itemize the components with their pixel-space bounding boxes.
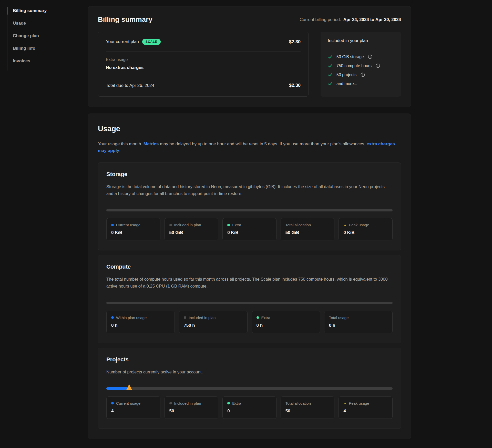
projects-title: Projects: [106, 356, 393, 363]
projects-section: Projects Number of projects currently ac…: [98, 348, 401, 429]
billing-summary-card: Billing summary Current billing period:A…: [88, 6, 411, 107]
stat-label: Extra: [232, 401, 241, 405]
projects-progress-bar: [106, 387, 393, 390]
current-plan-row: Your current plan SCALE $2.30: [106, 32, 301, 52]
checkmark-icon: [328, 72, 333, 77]
stat-value: 0 h: [257, 323, 315, 328]
billing-page: Billing summary Usage Change plan Billin…: [0, 0, 492, 439]
billing-period-label: Current billing period:: [300, 17, 341, 22]
projects-peak-marker-icon: [126, 384, 132, 390]
extra-dot-icon: [227, 224, 230, 226]
storage-section: Storage Storage is the total volume of d…: [98, 162, 401, 250]
total-due-label: Total due to Apr 26, 2024: [106, 83, 154, 88]
included-dot-icon: [169, 402, 172, 404]
sidebar-item-billing-info[interactable]: Billing info: [13, 45, 88, 52]
usage-card: Usage Your usage this month. Metrics may…: [88, 114, 411, 439]
stat-extra: Extra 0 h: [252, 311, 320, 333]
info-icon[interactable]: [361, 73, 365, 77]
compute-section: Compute The total number of compute hour…: [98, 255, 401, 343]
included-in-plan-panel: Included in your plan 50 GiB storage 750…: [321, 32, 401, 97]
stat-total-usage: Total usage 0 h: [324, 311, 393, 333]
stat-label: Included in plan: [174, 401, 201, 405]
compute-progress-bar: [106, 302, 393, 304]
sidebar-item-invoices[interactable]: Invoices: [13, 58, 88, 64]
included-in-plan-list: 50 GiB storage 750 compute hours 50 proj…: [328, 54, 394, 86]
stat-label: Within plan usage: [116, 315, 147, 320]
included-item-storage: 50 GiB storage: [328, 54, 394, 59]
plan-badge: SCALE: [142, 39, 161, 45]
included-item-label: 750 compute hours: [336, 64, 372, 68]
stat-current-usage: Current usage 0 KiB: [106, 218, 160, 240]
stat-label: Total allocation: [285, 223, 311, 227]
stat-label: Peak usage: [349, 223, 369, 227]
stat-included-in-plan: Included in plan 50: [165, 396, 219, 419]
stat-value: 0 h: [111, 323, 170, 328]
stat-value: 0 KiB: [343, 230, 388, 235]
stat-within-plan-usage: Within plan usage 0 h: [106, 311, 175, 333]
stat-label: Included in plan: [174, 223, 201, 227]
projects-description: Number of projects currently active in y…: [106, 369, 393, 375]
plan-summary-panel: Your current plan SCALE $2.30 Extra usag…: [98, 32, 309, 97]
included-item-label: 50 projects: [336, 73, 356, 77]
metrics-link[interactable]: Metrics: [144, 141, 159, 146]
included-dot-icon: [184, 316, 186, 319]
peak-usage-triangle-icon: ▲: [343, 402, 346, 405]
current-plan-label: Your current plan: [106, 39, 139, 44]
extra-dot-icon: [227, 402, 230, 404]
sidebar-item-usage[interactable]: Usage: [13, 20, 88, 26]
usage-description: Your usage this month. Metrics may be de…: [98, 141, 396, 154]
included-dot-icon: [169, 224, 172, 226]
stat-total-allocation: Total allocation 50 GiB: [281, 218, 335, 240]
stat-value: 0 KiB: [227, 230, 272, 235]
stat-peak-usage: ▲Peak usage 4: [339, 396, 393, 419]
stat-current-usage: Current usage 4: [106, 396, 160, 419]
stat-label: Current usage: [116, 223, 140, 227]
stat-value: 50 GiB: [169, 230, 214, 235]
billing-nav: Billing summary Usage Change plan Billin…: [7, 8, 88, 64]
sidebar-item-billing-summary[interactable]: Billing summary: [13, 8, 88, 14]
stat-label: Included in plan: [189, 315, 216, 320]
stat-peak-usage: ▲Peak usage 0 KiB: [339, 218, 393, 240]
usage-description-text: Your usage this month.: [98, 141, 144, 146]
projects-progress-fill: [106, 387, 127, 390]
usage-title: Usage: [98, 125, 401, 133]
stat-extra: Extra 0 KiB: [222, 218, 276, 240]
compute-description: The total number of compute hours used s…: [106, 276, 393, 290]
divider: [328, 48, 394, 48]
stat-extra: Extra 0: [222, 396, 276, 419]
extra-usage-row: Extra usage No extras charges: [106, 52, 301, 76]
peak-usage-triangle-icon: ▲: [343, 223, 346, 227]
stat-label: Extra: [261, 315, 270, 320]
stat-value: 50: [285, 409, 330, 414]
stat-value: 50 GiB: [285, 230, 330, 235]
extra-usage-label: Extra usage: [106, 57, 128, 62]
compute-title: Compute: [106, 263, 393, 270]
checkmark-icon: [328, 81, 333, 86]
stat-value: 0: [227, 409, 272, 414]
checkmark-icon: [328, 63, 333, 68]
billing-sidebar: Billing summary Usage Change plan Billin…: [0, 0, 88, 439]
stat-label: Extra: [232, 223, 241, 227]
storage-description: Storage is the total volume of data and …: [106, 183, 393, 197]
billing-summary-body: Your current plan SCALE $2.30 Extra usag…: [98, 32, 401, 97]
billing-summary-header: Billing summary Current billing period:A…: [98, 16, 401, 24]
stat-label: Peak usage: [349, 401, 369, 405]
extra-dot-icon: [257, 316, 259, 319]
included-item-label: and more...: [336, 82, 357, 86]
stat-label: Total allocation: [285, 401, 311, 405]
included-item-label: 50 GiB storage: [336, 55, 364, 59]
info-icon[interactable]: [368, 55, 372, 59]
sidebar-item-change-plan[interactable]: Change plan: [13, 33, 88, 39]
stat-value: 0 h: [329, 323, 388, 328]
included-in-plan-title: Included in your plan: [328, 38, 394, 43]
storage-progress-bar: [106, 209, 393, 211]
stat-value: 4: [343, 409, 388, 414]
projects-stats: Current usage 4 Included in plan 50 Extr…: [106, 396, 393, 419]
within-plan-dot-icon: [111, 316, 114, 319]
current-usage-dot-icon: [111, 224, 114, 226]
info-icon[interactable]: [376, 64, 380, 68]
billing-period: Current billing period:Apr 24, 2024 to A…: [300, 17, 401, 22]
usage-description-text: .: [119, 148, 120, 153]
storage-title: Storage: [106, 171, 393, 178]
included-item-projects: 50 projects: [328, 72, 394, 77]
